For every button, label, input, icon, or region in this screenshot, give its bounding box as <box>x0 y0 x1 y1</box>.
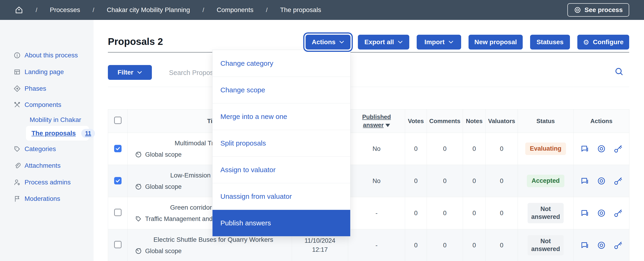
preview-eye-icon <box>596 240 606 250</box>
export-all-button[interactable]: Export all <box>358 35 409 50</box>
user-gear-icon <box>14 179 21 186</box>
row-checkbox-unchecked[interactable] <box>114 209 122 216</box>
comments-cell: 0 <box>427 133 463 165</box>
select-all-cell <box>108 110 128 133</box>
comments-cell: 0 <box>427 165 463 197</box>
proposal-scope: Global scope <box>145 151 182 158</box>
permissions-key-icon <box>613 176 623 186</box>
table-row: Low-Emission Zones Around I Global scope… <box>108 165 630 197</box>
col-published-answer: Published answer <box>348 110 405 133</box>
statuses-button[interactable]: Statuses <box>530 35 570 50</box>
paperclip-icon <box>14 162 21 169</box>
votes-cell: 0 <box>405 133 427 165</box>
votes-cell: 0 <box>405 197 427 229</box>
menu-item-change-category[interactable]: Change category <box>212 50 350 76</box>
filter-row-divider <box>108 87 629 87</box>
eye-icon <box>574 6 581 14</box>
col-votes: Votes <box>405 110 427 133</box>
col-notes: Notes <box>463 110 486 133</box>
notes-cell: 0 <box>463 133 486 165</box>
chevron-down-icon <box>448 40 454 44</box>
valuators-cell: 0 <box>486 165 518 197</box>
breadcrumb-separator: / <box>92 6 94 14</box>
answer-proposal-icon <box>580 176 590 186</box>
menu-item-split[interactable]: Split proposals <box>212 130 350 156</box>
valuators-cell: 0 <box>486 197 518 229</box>
status-badge: Not answered <box>528 203 564 223</box>
table-row: Multimodal Transport Hubs Global scope N… <box>108 133 630 165</box>
notes-cell: 0 <box>463 165 486 197</box>
published-answer-cell: No <box>348 133 405 165</box>
breadcrumb-current[interactable]: The proposals <box>280 6 321 14</box>
published-answer-cell: - <box>348 229 405 261</box>
sort-desc-icon <box>386 124 390 127</box>
col-status: Status <box>518 110 574 133</box>
proposal-scope: Global scope <box>145 248 182 255</box>
votes-cell: 0 <box>405 229 427 261</box>
published-answer-cell: - <box>348 197 405 229</box>
chevron-down-icon <box>137 71 142 74</box>
permissions-key-icon <box>613 144 623 154</box>
scope-icon <box>135 248 142 254</box>
gear-icon: ⚙ <box>583 38 589 46</box>
col-comments: Comments <box>427 110 463 133</box>
see-process-button[interactable]: See process <box>568 3 629 17</box>
preview-eye-icon <box>596 208 606 218</box>
proposal-title-link[interactable]: Electric Shuttle Buses for Quarry Worker… <box>135 236 292 244</box>
answer-proposal-icon <box>580 144 590 154</box>
table-row: Green corridor for cyclists and Traffic … <box>108 197 630 229</box>
sidebar-item-the-proposals[interactable]: The proposals 11 <box>26 126 89 141</box>
scope-icon <box>135 183 142 190</box>
home-icon[interactable] <box>15 6 23 14</box>
topbar: / Processes / Chakar city Mobility Plann… <box>0 0 644 20</box>
layout-grid-icon <box>14 68 21 76</box>
permissions-key-icon <box>613 208 623 218</box>
import-button[interactable]: Import <box>417 35 461 50</box>
flag-icon <box>14 195 21 202</box>
scope-icon <box>135 151 142 158</box>
actions-dropdown-menu: Change category Change scope Merge into … <box>212 50 350 236</box>
configure-button[interactable]: ⚙ Configure <box>577 35 629 50</box>
col-valuators: Valuators <box>486 110 518 133</box>
row-checkbox-unchecked[interactable] <box>114 241 122 248</box>
filter-button[interactable]: Filter <box>108 65 152 80</box>
published-answer-sort[interactable]: Published answer <box>362 113 391 129</box>
comments-cell: 0 <box>427 197 463 229</box>
proposals-count-badge: 11 <box>81 129 95 138</box>
answer-proposal-icon <box>580 208 590 218</box>
search-icon[interactable] <box>614 67 624 77</box>
chevron-down-icon <box>398 40 403 44</box>
breadcrumb-separator: / <box>202 6 204 14</box>
select-all-checkbox[interactable] <box>114 116 122 124</box>
answer-proposal-icon <box>580 240 590 250</box>
page-title: Proposals 2 <box>108 36 163 47</box>
menu-item-assign-valuator[interactable]: Assign to valuator <box>212 156 350 183</box>
row-checkbox-checked[interactable] <box>114 145 122 152</box>
published-answer-cell: No <box>348 165 405 197</box>
comments-cell: 0 <box>427 229 463 261</box>
breadcrumb-process-name[interactable]: Chakar city Mobility Planning <box>107 6 190 14</box>
proposal-category: Traffic Management and S <box>145 216 218 222</box>
preview-eye-icon <box>596 176 606 186</box>
breadcrumb-processes[interactable]: Processes <box>50 6 80 14</box>
notes-cell: 0 <box>463 197 486 229</box>
tools-icon <box>14 101 21 108</box>
menu-item-unassign-valuator[interactable]: Unassign from valuator <box>212 183 350 210</box>
chevron-down-icon <box>339 40 344 44</box>
breadcrumb: / Processes / Chakar city Mobility Plann… <box>15 6 321 14</box>
votes-cell: 0 <box>405 165 427 197</box>
phases-diamond-icon <box>14 85 21 92</box>
breadcrumb-components[interactable]: Components <box>217 6 254 14</box>
menu-item-merge[interactable]: Merge into a new one <box>212 103 350 130</box>
status-badge: Not answered <box>528 235 564 256</box>
menu-item-publish-answers[interactable]: Publish answers <box>212 210 350 236</box>
actions-dropdown-button[interactable]: Actions <box>306 35 350 50</box>
proposals-table: Title Published answer Votes Comments No… <box>108 109 630 261</box>
notes-cell: 0 <box>463 229 486 261</box>
title-divider <box>108 52 629 52</box>
row-checkbox-checked[interactable] <box>114 177 122 184</box>
breadcrumb-separator: / <box>36 6 37 14</box>
menu-item-change-scope[interactable]: Change scope <box>212 76 350 103</box>
proposals-admin-page: / Processes / Chakar city Mobility Plann… <box>0 0 644 261</box>
new-proposal-button[interactable]: New proposal <box>468 35 523 50</box>
